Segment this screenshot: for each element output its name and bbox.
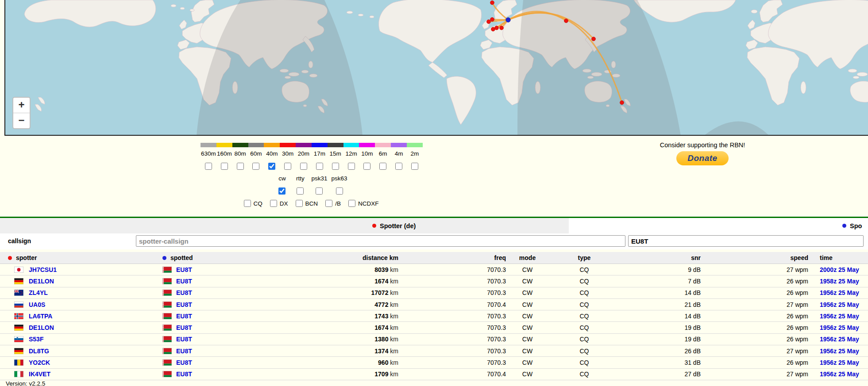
type-checkbox-CQ[interactable] — [244, 200, 251, 207]
de-flag-icon — [14, 278, 23, 284]
mode-checkbox-psk31[interactable] — [316, 187, 323, 195]
spotted-callsign-link[interactable]: EU8T — [176, 278, 192, 285]
time-link[interactable]: 1956z 25 May — [820, 359, 859, 366]
spotter-callsign-link[interactable]: DL8TG — [29, 348, 49, 355]
table-row: JH7CSU1EU8T8039 km7070.3CWCQ9 dB27 wpm20… — [0, 264, 868, 275]
spotter-callsign-link[interactable]: LA6TPA — [29, 313, 52, 320]
header-freq[interactable]: freq — [398, 254, 506, 261]
spotter-cell: S53F — [0, 336, 157, 343]
header-snr[interactable]: snr — [620, 254, 701, 261]
spotter-callsign-link[interactable]: YO2CK — [29, 359, 50, 366]
spotted-callsign-link[interactable]: EU8T — [176, 359, 192, 366]
mode-checkbox-cw[interactable] — [278, 187, 285, 195]
spotter-dot-icon — [8, 256, 12, 260]
spotted-callsign-link[interactable]: EU8T — [176, 313, 192, 320]
time-link[interactable]: 1958z 25 May — [820, 278, 859, 285]
time-link[interactable]: 1956z 25 May — [820, 301, 859, 308]
header-distance[interactable]: distance km — [312, 254, 398, 261]
spotter-callsign-link[interactable]: UA0S — [29, 301, 45, 308]
speed-cell: 26 wpm — [701, 313, 810, 320]
spotted-cell: EU8T — [157, 371, 312, 378]
band-checkbox-30m[interactable] — [284, 163, 291, 170]
spotted-callsign-link[interactable]: EU8T — [176, 289, 192, 296]
donate-button[interactable]: Donate — [676, 151, 729, 165]
time-link[interactable]: 1956z 25 May — [820, 313, 859, 320]
band-checkbox-160m[interactable] — [221, 163, 228, 170]
band-checkbox-40m[interactable] — [268, 163, 275, 170]
type-cell: CQ — [549, 313, 620, 320]
spotter-callsign-link[interactable]: DE1LON — [29, 278, 54, 285]
band-checkbox-15m[interactable] — [332, 163, 339, 170]
type-checkbox-DX[interactable] — [270, 200, 277, 207]
type-cell: CQ — [549, 336, 620, 343]
band-checkbox-20m[interactable] — [300, 163, 307, 170]
spotter-callsign-input[interactable] — [136, 235, 625, 247]
type-checkbox-/B[interactable] — [325, 200, 332, 207]
spotter-callsign-link[interactable]: IK4VET — [29, 371, 50, 378]
time-link[interactable]: 1956z 25 May — [820, 324, 859, 331]
spotted-callsign-link[interactable]: EU8T — [176, 266, 192, 273]
type-label-NCDXF: NCDXF — [358, 200, 379, 207]
spotted-callsign-input[interactable] — [628, 235, 864, 247]
spotted-cell: EU8T — [157, 313, 312, 320]
header-time[interactable]: time — [810, 254, 868, 261]
band-color-630m — [201, 143, 216, 147]
mode-checkbox-rtty[interactable] — [297, 187, 304, 195]
spotted-callsign-link[interactable]: EU8T — [176, 371, 192, 378]
band-column-6m: 6m — [375, 143, 391, 170]
time-link[interactable]: 2000z 25 May — [820, 266, 859, 273]
jp-flag-icon — [14, 267, 23, 273]
spotter-callsign-link[interactable]: DE1LON — [29, 324, 54, 331]
time-link[interactable]: 1956z 25 May — [820, 371, 859, 378]
band-label-4m: 4m — [395, 150, 403, 157]
spotter-cell: ZL4YL — [0, 289, 157, 296]
spotter-callsign-link[interactable]: JH7CSU1 — [29, 266, 57, 273]
header-spotter[interactable]: spotter — [0, 254, 157, 261]
type-filter-DX: DX — [270, 200, 288, 207]
type-checkbox-NCDXF[interactable] — [348, 200, 355, 207]
type-cell: CQ — [549, 301, 620, 308]
type-cell: CQ — [549, 289, 620, 296]
band-color-6m — [375, 143, 391, 147]
spotter-cell: LA6TPA — [0, 313, 157, 320]
zoom-out-button[interactable]: − — [13, 113, 30, 128]
by-flag-icon — [162, 348, 172, 354]
world-map[interactable]: + − — [4, 0, 868, 136]
band-checkbox-630m[interactable] — [205, 163, 212, 170]
band-checkbox-17m[interactable] — [316, 163, 323, 170]
time-link[interactable]: 1956z 25 May — [820, 336, 859, 343]
time-link[interactable]: 1956z 25 May — [820, 289, 859, 296]
type-checkbox-BCN[interactable] — [296, 200, 303, 207]
spotted-callsign-link[interactable]: EU8T — [176, 336, 192, 343]
mode-checkbox-psk63[interactable] — [336, 187, 343, 195]
header-speed[interactable]: speed — [701, 254, 810, 261]
band-checkbox-80m[interactable] — [237, 163, 244, 170]
band-checkbox-12m[interactable] — [348, 163, 355, 170]
band-checkbox-6m[interactable] — [379, 163, 386, 170]
snr-cell: 9 dB — [620, 266, 701, 273]
spotted-cell: EU8T — [157, 289, 312, 296]
spotted-dot-icon — [162, 256, 166, 260]
mode-column-psk31: psk31 — [311, 175, 327, 195]
mode-cell: CW — [506, 359, 549, 366]
spotter-callsign-link[interactable]: S53F — [29, 336, 43, 343]
band-checkbox-10m[interactable] — [363, 163, 370, 170]
header-spotted[interactable]: spotted — [157, 254, 312, 261]
type-cell: CQ — [549, 371, 620, 378]
spotter-callsign-link[interactable]: ZL4YL — [29, 289, 48, 296]
spotted-callsign-link[interactable]: EU8T — [176, 301, 192, 308]
time-link[interactable]: 1956z 25 May — [820, 348, 859, 355]
zoom-in-button[interactable]: + — [13, 98, 30, 113]
distance-cell: 8039 km — [312, 266, 398, 273]
spotted-callsign-link[interactable]: EU8T — [176, 324, 192, 331]
band-checkbox-2m[interactable] — [411, 163, 418, 170]
band-checkbox-4m[interactable] — [395, 163, 402, 170]
by-flag-icon — [162, 371, 172, 377]
spotted-station-marker[interactable] — [506, 18, 510, 22]
band-checkbox-60m[interactable] — [252, 163, 259, 170]
freq-cell: 7070.4 — [398, 301, 506, 308]
header-mode[interactable]: mode — [506, 254, 549, 261]
spotted-callsign-link[interactable]: EU8T — [176, 348, 192, 355]
header-type[interactable]: type — [549, 254, 620, 261]
band-label-15m: 15m — [330, 150, 341, 157]
